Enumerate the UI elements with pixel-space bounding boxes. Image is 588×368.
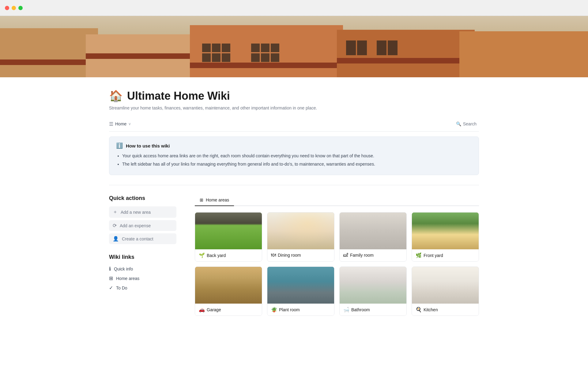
gallery-grid: 🌱 Back yard 🍽 Dining room (195, 212, 479, 316)
card-dining-room[interactable]: 🍽 Dining room (267, 212, 334, 262)
kitchen-emoji: 🍳 (416, 307, 422, 312)
kitchen-label: Kitchen (424, 307, 438, 312)
wiki-link-todo-label: To Do (116, 286, 127, 290)
title-row: 🏠 Ultimate Home Wiki (109, 90, 479, 102)
card-backyard[interactable]: 🌱 Back yard (195, 212, 262, 262)
card-image-kitchen (412, 267, 479, 304)
card-label-backyard: 🌱 Back yard (195, 249, 262, 261)
search-label: Search (463, 121, 477, 126)
add-area-label: Add a new area (121, 210, 151, 215)
breadcrumb-label[interactable]: Home (115, 121, 126, 126)
garage-label: Garage (207, 307, 221, 312)
plant-emoji: 🪴 (271, 307, 277, 312)
family-emoji: 🛋 (343, 252, 348, 258)
tabs-row: ⊞ Home areas (195, 195, 479, 206)
content-area: 🏠 Ultimate Home Wiki Streamline your hom… (80, 77, 508, 316)
breadcrumb-nav: ☰ Home ∨ 🔍 Search (109, 117, 479, 132)
traffic-light-red[interactable] (5, 6, 9, 10)
card-image-garage (195, 267, 262, 304)
left-sidebar: Quick actions ＋ Add a new area ⟳ Add an … (109, 195, 176, 293)
info-box: ℹ️ How to use this wiki Your quick acces… (109, 136, 479, 175)
frontyard-emoji: 🌿 (416, 252, 422, 258)
card-label-plant: 🪴 Plant room (267, 304, 334, 316)
tab-grid-icon: ⊞ (200, 197, 203, 202)
contact-icon: 👤 (113, 236, 119, 242)
wiki-link-home-areas[interactable]: ⊞ Home areas (109, 274, 176, 283)
family-label: Family room (350, 253, 374, 258)
traffic-lights (5, 6, 23, 10)
wiki-link-todo[interactable]: ✓ To Do (109, 283, 176, 293)
info-box-item-1: Your quick access home area links are on… (122, 153, 472, 159)
backyard-label: Back yard (207, 253, 226, 258)
card-image-family (340, 213, 406, 249)
tab-home-areas-label: Home areas (206, 197, 229, 202)
dining-emoji: 🍽 (271, 252, 276, 258)
grid-icon: ⊞ (109, 275, 113, 281)
info-box-heading: How to use this wiki (126, 143, 170, 148)
traffic-light-yellow[interactable] (12, 6, 16, 10)
card-image-backyard (195, 213, 262, 249)
info-box-title-row: ℹ️ How to use this wiki (116, 142, 472, 149)
plant-label: Plant room (279, 307, 300, 312)
frontyard-label: Front yard (424, 253, 443, 258)
card-label-garage: 🚗 Garage (195, 304, 262, 316)
page-header: 🏠 Ultimate Home Wiki Streamline your hom… (109, 77, 479, 117)
page-title: Ultimate Home Wiki (127, 90, 230, 102)
card-image-frontyard (412, 213, 479, 249)
add-expense-label: Add an expense (120, 223, 151, 228)
info-box-item-2: The left sidebar has all of your links f… (122, 161, 472, 167)
check-icon: ✓ (109, 285, 113, 291)
card-label-frontyard: 🌿 Front yard (412, 249, 479, 261)
card-label-kitchen: 🍳 Kitchen (412, 304, 479, 316)
card-front-yard[interactable]: 🌿 Front yard (412, 212, 479, 262)
tab-home-areas[interactable]: ⊞ Home areas (195, 195, 234, 206)
info-circle-icon: ℹ (109, 266, 111, 272)
wiki-link-quick-info[interactable]: ℹ Quick info (109, 264, 176, 274)
card-image-plant (267, 267, 334, 304)
wiki-links-title: Wiki links (109, 254, 176, 260)
chevron-down-icon: ∨ (128, 122, 131, 126)
bathroom-emoji: 🛁 (343, 307, 349, 312)
create-contact-label: Create a contact (122, 236, 153, 241)
right-content: ⊞ Home areas 🌱 Back yard (195, 195, 479, 316)
page-subtitle: Streamline your home tasks, finances, wa… (109, 105, 479, 110)
bathroom-label: Bathroom (351, 307, 370, 312)
dining-label: Dining room (278, 253, 301, 258)
add-area-button[interactable]: ＋ Add a new area (109, 206, 176, 218)
card-plant-room[interactable]: 🪴 Plant room (267, 266, 334, 316)
search-button[interactable]: 🔍 Search (454, 120, 479, 128)
card-image-dining (267, 213, 334, 249)
plus-icon: ＋ (113, 209, 118, 215)
card-kitchen[interactable]: 🍳 Kitchen (412, 266, 479, 316)
main-layout: Quick actions ＋ Add a new area ⟳ Add an … (109, 195, 479, 316)
backyard-emoji: 🌱 (199, 252, 205, 258)
card-image-bathroom (340, 267, 406, 304)
list-icon: ☰ (109, 121, 113, 127)
wiki-link-home-areas-label: Home areas (116, 276, 139, 281)
info-icon: ℹ️ (116, 142, 123, 149)
breadcrumb-left: ☰ Home ∨ (109, 121, 131, 127)
traffic-light-green[interactable] (18, 6, 23, 10)
info-box-list: Your quick access home area links are on… (116, 153, 472, 167)
card-bathroom[interactable]: 🛁 Bathroom (339, 266, 407, 316)
create-contact-button[interactable]: 👤 Create a contact (109, 233, 176, 244)
hero-banner (0, 16, 588, 77)
card-label-bathroom: 🛁 Bathroom (340, 304, 406, 316)
page-icon: 🏠 (109, 90, 123, 102)
card-family-room[interactable]: 🛋 Family room (339, 212, 407, 262)
section-divider (109, 185, 479, 185)
card-label-family: 🛋 Family room (340, 249, 406, 261)
expense-icon: ⟳ (113, 223, 117, 228)
quick-actions-title: Quick actions (109, 195, 176, 201)
card-garage[interactable]: 🚗 Garage (195, 266, 262, 316)
hero-image (0, 16, 588, 77)
wiki-link-quick-info-label: Quick info (114, 266, 133, 271)
garage-emoji: 🚗 (199, 307, 205, 312)
window-chrome (0, 0, 588, 16)
add-expense-button[interactable]: ⟳ Add an expense (109, 220, 176, 231)
card-label-dining: 🍽 Dining room (267, 249, 334, 261)
page-wrapper: 🏠 Ultimate Home Wiki Streamline your hom… (0, 16, 588, 316)
search-icon: 🔍 (456, 121, 461, 126)
